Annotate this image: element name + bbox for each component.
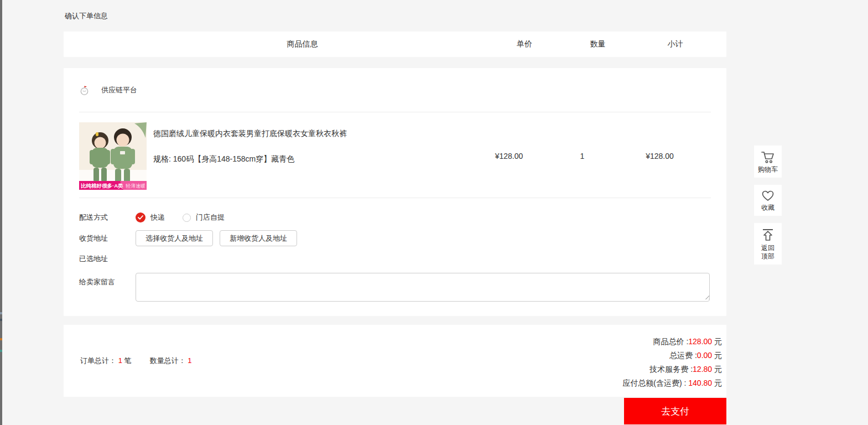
scrollbar-mark: [0, 350, 2, 352]
seller-message-row: 给卖家留言: [79, 273, 711, 302]
order-form: 配送方式 快递 门店自提 收货地址 选择收货人及地址 新增收货人及地址: [79, 198, 711, 316]
seller-message-label: 给卖家留言: [79, 273, 136, 287]
back-to-top-shortcut[interactable]: 返回顶部: [754, 223, 782, 265]
quantity-total-label: 数量总计：: [150, 356, 186, 365]
header-unit-price: 单价: [483, 39, 566, 49]
cart-icon: [761, 151, 775, 164]
summary-card: 商品总价 :128.00 元 总运费 :0.00 元 技术服务费 :12.80 …: [64, 325, 726, 397]
product-spec: 规格: 160码【身高148-158cm穿】藏青色: [153, 154, 467, 164]
total-goods-row: 商品总价 :128.00 元: [79, 335, 722, 349]
scrollbar-mark: [0, 338, 2, 340]
cart-shortcut[interactable]: 购物车: [754, 146, 782, 178]
delivery-method-label: 配送方式: [79, 212, 136, 222]
order-total-unit: 笔: [124, 356, 131, 365]
cart-label[interactable]: 购物车: [754, 165, 782, 174]
product-row: 比纯棉好很多·A类 轻薄速暖 德国磨绒儿童保暖内衣套装男童打底保暖衣女童秋衣秋裤…: [79, 112, 711, 198]
scrollbar-mark: [0, 312, 2, 314]
add-address-button[interactable]: 新增收货人及地址: [220, 230, 297, 246]
window-scrollbar[interactable]: [0, 0, 2, 425]
order-total-label: 订单总计：: [80, 356, 116, 365]
order-total-value: 1: [118, 356, 122, 365]
pay-button[interactable]: 去支付: [624, 398, 726, 424]
supplier-name[interactable]: 供应链平台: [101, 85, 137, 95]
product-subtotal: ¥128.00: [614, 152, 705, 160]
order-card: 供应链平台: [64, 68, 726, 316]
radio-checked-icon[interactable]: [136, 212, 145, 222]
seller-message-input[interactable]: [136, 273, 710, 302]
favorites-label[interactable]: 收藏: [754, 204, 782, 212]
radio-store-pickup[interactable]: 门店自提: [183, 212, 225, 222]
back-to-top-icon: [761, 228, 775, 242]
float-sidebar: 购物车 收藏 返回顶部: [754, 146, 782, 272]
radio-unchecked-icon[interactable]: [183, 214, 191, 222]
order-counts: 订单总计： 1 笔 数量总计： 1: [80, 356, 192, 366]
heart-icon: [761, 190, 775, 202]
radio-express-label[interactable]: 快递: [150, 212, 165, 222]
total-payable-row: 应付总额(含运费) : 140.80 元: [79, 376, 722, 390]
delivery-method-row: 配送方式 快递 门店自提: [79, 212, 711, 222]
header-quantity: 数量: [566, 39, 630, 49]
product-quantity: 1: [550, 152, 614, 160]
selected-address-label: 已选地址: [79, 254, 136, 264]
page-title: 确认下单信息: [64, 0, 726, 20]
product-image-badge-left: 比纯棉好很多·A类: [81, 183, 123, 189]
product-title[interactable]: 德国磨绒儿童保暖内衣套装男童打底保暖衣女童秋衣秋裤: [153, 128, 467, 138]
favorites-shortcut[interactable]: 收藏: [754, 185, 782, 216]
shipping-address-label: 收货地址: [79, 234, 136, 243]
header-subtotal: 小计: [630, 39, 721, 49]
shipping-address-row: 收货地址 选择收货人及地址 新增收货人及地址: [79, 230, 711, 246]
supplier-row: 供应链平台: [79, 68, 711, 112]
quantity-total-value: 1: [188, 356, 191, 365]
product-image[interactable]: 比纯棉好很多·A类 轻薄速暖: [79, 122, 147, 190]
back-to-top-label[interactable]: 返回顶部: [754, 244, 782, 261]
checkout-page: 确认下单信息 商品信息 单价 数量 小计 供应链平台: [64, 0, 726, 424]
order-table-header: 商品信息 单价 数量 小计: [64, 32, 726, 57]
scrollbar-mark: [0, 319, 2, 321]
select-address-button[interactable]: 选择收货人及地址: [136, 230, 213, 246]
header-product-info: 商品信息: [64, 39, 483, 49]
radio-store-pickup-label[interactable]: 门店自提: [196, 212, 225, 222]
radio-express[interactable]: 快递: [136, 212, 165, 222]
shop-icon: [79, 84, 90, 96]
product-unit-price: ¥128.00: [467, 152, 550, 160]
product-image-badge-right: 轻薄速暖: [126, 183, 145, 189]
selected-address-row: 已选地址: [79, 254, 711, 264]
product-main: 德国磨绒儿童保暖内衣套装男童打底保暖衣女童秋衣秋裤 规格: 160码【身高148…: [147, 122, 467, 190]
